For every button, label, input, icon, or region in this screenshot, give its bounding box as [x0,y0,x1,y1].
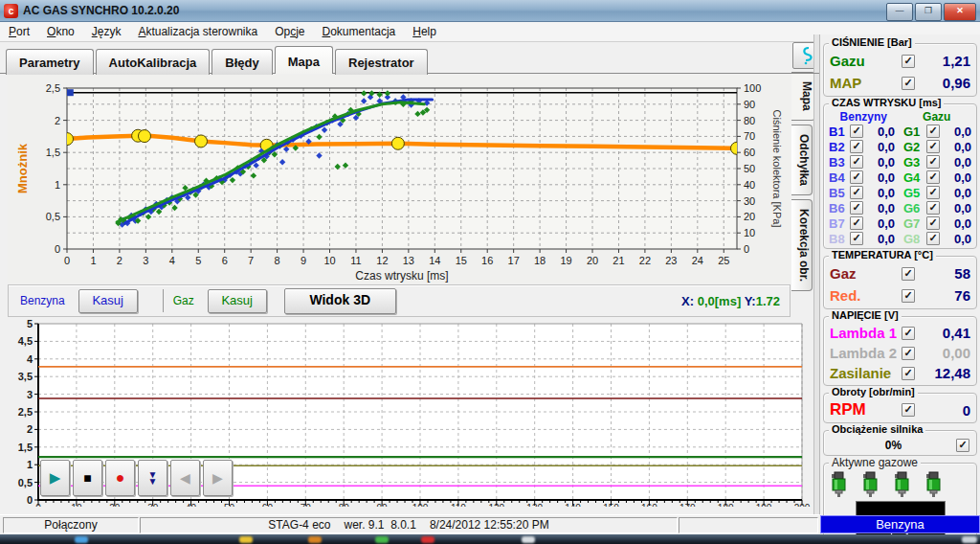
svg-text:19: 19 [560,255,571,266]
fuel-mode-bar[interactable]: Benzyna [820,515,980,533]
stop-button[interactable]: ■ [73,460,102,496]
windows-taskbar[interactable] [0,534,980,544]
map-node[interactable] [138,130,150,143]
MAP-checkbox[interactable]: ✓ [902,77,915,90]
sensor-label: Red. [830,287,861,304]
menu-dokumentacja[interactable]: Dokumentacja [314,23,405,40]
B7-checkbox[interactable]: ✓ [850,216,863,230]
step-forward-button[interactable]: ▶ [203,460,233,496]
svg-text:170: 170 [679,503,696,507]
injector-icons [827,469,973,500]
G4-checkbox[interactable]: ✓ [926,170,940,184]
Red.-checkbox[interactable]: ✓ [902,289,915,303]
kasuj-benzyna-button[interactable]: Kasuj [78,289,138,313]
map-node[interactable] [731,142,744,154]
widok-3d-button[interactable]: Widok 3D [284,288,396,314]
taskbar-icon[interactable] [239,536,253,543]
svg-text:160: 160 [641,503,657,507]
svg-text:17: 17 [508,255,520,266]
svg-text:90: 90 [377,503,389,507]
taskbar-icon[interactable] [522,536,535,543]
load-group-title: Obciążenie silnika [829,423,925,435]
Lambda 1-checkbox[interactable]: ✓ [902,327,915,340]
taskbar-icon[interactable] [421,536,434,543]
menu-port[interactable]: Port [0,23,38,40]
MAP-value: 0,96 [915,75,970,91]
G5-checkbox[interactable]: ✓ [926,186,940,199]
svg-text:10: 10 [323,255,335,266]
Gaz-checkbox[interactable]: ✓ [902,267,915,281]
B8-checkbox[interactable]: ✓ [850,232,863,245]
B2-checkbox[interactable]: ✓ [850,140,863,153]
svg-text:7: 7 [248,255,254,266]
G7-checkbox[interactable]: ✓ [926,216,940,230]
menu-opcje[interactable]: Opcje [266,23,313,40]
record-button[interactable]: ● [105,460,135,496]
svg-text:1,5: 1,5 [46,147,60,158]
menu-okno[interactable]: Okno [38,23,83,40]
kasuj-gaz-button[interactable]: Kasuj [208,289,267,313]
menu-help[interactable]: Help [404,23,445,40]
taskbar-icon[interactable] [375,536,389,543]
Zasilanie-checkbox[interactable]: ✓ [902,367,915,380]
close-button[interactable]: ✕ [944,3,976,21]
title-bar[interactable]: c AC GAS SYNCHRO 10.2.0.20 —❐✕ [0,0,980,22]
load-value: 0% [831,439,956,452]
B3-checkbox[interactable]: ✓ [850,155,863,169]
G6-label: G6 [903,201,926,215]
B1-checkbox[interactable]: ✓ [850,125,863,138]
B5-checkbox[interactable]: ✓ [850,186,863,199]
G3-checkbox[interactable]: ✓ [926,155,940,169]
minimize-button[interactable]: — [886,3,913,21]
svg-text:24: 24 [692,255,703,266]
start-orb-icon[interactable] [75,536,88,543]
B6-checkbox[interactable]: ✓ [850,201,863,215]
gaz-label: Gaz [173,294,194,307]
menu-aktualizacja-sterownika[interactable]: Aktualizacja sterownika [129,23,266,40]
G2-checkbox[interactable]: ✓ [926,140,940,153]
side-tab-odchyłka[interactable]: Odchyłka [791,125,813,195]
taskbar-icon[interactable] [308,536,322,543]
play-button[interactable]: ▶ [40,460,70,496]
G8-checkbox[interactable]: ✓ [926,232,940,245]
tab-błędy[interactable]: Błędy [212,49,272,75]
divider [163,289,164,312]
connection-status: Połączony [3,517,139,533]
step-back-button[interactable]: ◀ [170,460,200,496]
B1-value: 0,0 [863,125,895,139]
map-chart[interactable]: 0123456789101112131415161718192021222324… [8,75,791,283]
svg-text:12: 12 [376,255,388,266]
svg-text:50: 50 [224,503,235,507]
B8-value: 0,0 [863,232,895,246]
map-node[interactable] [391,137,404,149]
skip-down-button[interactable]: ▼▼ [138,460,167,496]
Lambda 2-checkbox[interactable]: ✓ [902,347,915,360]
svg-text:40: 40 [186,503,197,507]
G5-label: G5 [903,186,926,200]
B4-checkbox[interactable]: ✓ [850,170,863,184]
taskbar-item[interactable] [962,536,977,543]
RPM-checkbox[interactable]: ✓ [902,403,915,417]
G6-checkbox[interactable]: ✓ [926,201,940,215]
Gazu-checkbox[interactable]: ✓ [902,55,915,68]
injection-row-b1: B1✓0,0G1✓0,0 [827,124,973,139]
side-tab-mapa[interactable]: Mapa [791,72,815,121]
svg-text:16: 16 [481,255,493,266]
G1-checkbox[interactable]: ✓ [926,125,940,138]
map-node[interactable] [195,135,208,147]
map-node[interactable] [61,133,74,146]
tab-autokalibracja[interactable]: AutoKalibracja [96,49,211,75]
tab-mapa[interactable]: Mapa [275,46,333,74]
injection-row-b2: B2✓0,0G2✓0,0 [827,139,973,154]
tab-parametry[interactable]: Parametry [6,49,94,75]
tab-rejestrator[interactable]: Rejestrator [335,49,428,75]
connection-icon [800,46,813,65]
cursor-readout: X: 0,0[ms] Y:1.72 [681,294,780,308]
status-spare [679,517,818,533]
svg-text:0,5: 0,5 [46,211,60,222]
side-tab-korekcja-obr-[interactable]: Korekcja obr. [791,199,813,291]
menu-j-zyk[interactable]: Język [83,23,130,40]
restore-button[interactable]: ❐ [915,3,942,21]
load-checkbox[interactable]: ✓ [956,439,969,452]
svg-text:20: 20 [744,211,755,222]
